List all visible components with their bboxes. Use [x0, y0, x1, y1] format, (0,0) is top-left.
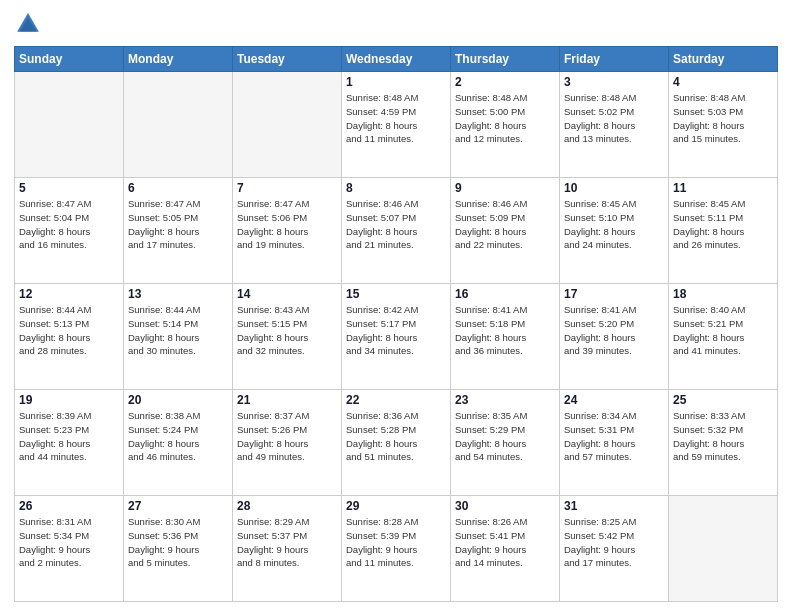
calendar-cell: 25Sunrise: 8:33 AM Sunset: 5:32 PM Dayli…: [669, 390, 778, 496]
day-info: Sunrise: 8:40 AM Sunset: 5:21 PM Dayligh…: [673, 303, 773, 358]
calendar-cell: 14Sunrise: 8:43 AM Sunset: 5:15 PM Dayli…: [233, 284, 342, 390]
day-number: 18: [673, 287, 773, 301]
day-number: 31: [564, 499, 664, 513]
calendar-cell: 7Sunrise: 8:47 AM Sunset: 5:06 PM Daylig…: [233, 178, 342, 284]
week-row-4: 19Sunrise: 8:39 AM Sunset: 5:23 PM Dayli…: [15, 390, 778, 496]
calendar-cell: 4Sunrise: 8:48 AM Sunset: 5:03 PM Daylig…: [669, 72, 778, 178]
day-number: 26: [19, 499, 119, 513]
day-number: 8: [346, 181, 446, 195]
day-number: 1: [346, 75, 446, 89]
day-info: Sunrise: 8:47 AM Sunset: 5:05 PM Dayligh…: [128, 197, 228, 252]
day-info: Sunrise: 8:48 AM Sunset: 5:02 PM Dayligh…: [564, 91, 664, 146]
day-number: 16: [455, 287, 555, 301]
day-number: 22: [346, 393, 446, 407]
day-number: 25: [673, 393, 773, 407]
day-number: 24: [564, 393, 664, 407]
weekday-header-sunday: Sunday: [15, 47, 124, 72]
weekday-header-friday: Friday: [560, 47, 669, 72]
calendar-cell: [124, 72, 233, 178]
day-number: 6: [128, 181, 228, 195]
day-number: 3: [564, 75, 664, 89]
day-number: 2: [455, 75, 555, 89]
calendar-cell: 28Sunrise: 8:29 AM Sunset: 5:37 PM Dayli…: [233, 496, 342, 602]
day-info: Sunrise: 8:48 AM Sunset: 5:00 PM Dayligh…: [455, 91, 555, 146]
day-info: Sunrise: 8:44 AM Sunset: 5:13 PM Dayligh…: [19, 303, 119, 358]
day-info: Sunrise: 8:45 AM Sunset: 5:11 PM Dayligh…: [673, 197, 773, 252]
calendar-cell: 12Sunrise: 8:44 AM Sunset: 5:13 PM Dayli…: [15, 284, 124, 390]
calendar-cell: 22Sunrise: 8:36 AM Sunset: 5:28 PM Dayli…: [342, 390, 451, 496]
calendar-cell: [15, 72, 124, 178]
calendar-cell: 26Sunrise: 8:31 AM Sunset: 5:34 PM Dayli…: [15, 496, 124, 602]
day-info: Sunrise: 8:37 AM Sunset: 5:26 PM Dayligh…: [237, 409, 337, 464]
calendar-cell: 17Sunrise: 8:41 AM Sunset: 5:20 PM Dayli…: [560, 284, 669, 390]
day-number: 9: [455, 181, 555, 195]
calendar-table: SundayMondayTuesdayWednesdayThursdayFrid…: [14, 46, 778, 602]
day-number: 15: [346, 287, 446, 301]
calendar-cell: [233, 72, 342, 178]
calendar-cell: 21Sunrise: 8:37 AM Sunset: 5:26 PM Dayli…: [233, 390, 342, 496]
week-row-5: 26Sunrise: 8:31 AM Sunset: 5:34 PM Dayli…: [15, 496, 778, 602]
day-number: 20: [128, 393, 228, 407]
day-info: Sunrise: 8:41 AM Sunset: 5:18 PM Dayligh…: [455, 303, 555, 358]
day-info: Sunrise: 8:45 AM Sunset: 5:10 PM Dayligh…: [564, 197, 664, 252]
day-info: Sunrise: 8:30 AM Sunset: 5:36 PM Dayligh…: [128, 515, 228, 570]
day-number: 19: [19, 393, 119, 407]
day-number: 30: [455, 499, 555, 513]
calendar-cell: 6Sunrise: 8:47 AM Sunset: 5:05 PM Daylig…: [124, 178, 233, 284]
page-header: [14, 10, 778, 38]
day-info: Sunrise: 8:25 AM Sunset: 5:42 PM Dayligh…: [564, 515, 664, 570]
day-info: Sunrise: 8:38 AM Sunset: 5:24 PM Dayligh…: [128, 409, 228, 464]
calendar-cell: 16Sunrise: 8:41 AM Sunset: 5:18 PM Dayli…: [451, 284, 560, 390]
day-number: 5: [19, 181, 119, 195]
day-number: 11: [673, 181, 773, 195]
logo: [14, 10, 46, 38]
day-info: Sunrise: 8:41 AM Sunset: 5:20 PM Dayligh…: [564, 303, 664, 358]
week-row-3: 12Sunrise: 8:44 AM Sunset: 5:13 PM Dayli…: [15, 284, 778, 390]
calendar-cell: 8Sunrise: 8:46 AM Sunset: 5:07 PM Daylig…: [342, 178, 451, 284]
day-number: 27: [128, 499, 228, 513]
calendar-cell: 1Sunrise: 8:48 AM Sunset: 4:59 PM Daylig…: [342, 72, 451, 178]
calendar-cell: 27Sunrise: 8:30 AM Sunset: 5:36 PM Dayli…: [124, 496, 233, 602]
day-number: 17: [564, 287, 664, 301]
calendar-cell: 29Sunrise: 8:28 AM Sunset: 5:39 PM Dayli…: [342, 496, 451, 602]
calendar-cell: 9Sunrise: 8:46 AM Sunset: 5:09 PM Daylig…: [451, 178, 560, 284]
week-row-1: 1Sunrise: 8:48 AM Sunset: 4:59 PM Daylig…: [15, 72, 778, 178]
day-info: Sunrise: 8:43 AM Sunset: 5:15 PM Dayligh…: [237, 303, 337, 358]
calendar-cell: 19Sunrise: 8:39 AM Sunset: 5:23 PM Dayli…: [15, 390, 124, 496]
calendar-cell: 10Sunrise: 8:45 AM Sunset: 5:10 PM Dayli…: [560, 178, 669, 284]
day-number: 21: [237, 393, 337, 407]
calendar-cell: [669, 496, 778, 602]
calendar-cell: 30Sunrise: 8:26 AM Sunset: 5:41 PM Dayli…: [451, 496, 560, 602]
calendar-cell: 23Sunrise: 8:35 AM Sunset: 5:29 PM Dayli…: [451, 390, 560, 496]
day-info: Sunrise: 8:34 AM Sunset: 5:31 PM Dayligh…: [564, 409, 664, 464]
day-number: 10: [564, 181, 664, 195]
day-number: 14: [237, 287, 337, 301]
day-info: Sunrise: 8:29 AM Sunset: 5:37 PM Dayligh…: [237, 515, 337, 570]
day-info: Sunrise: 8:39 AM Sunset: 5:23 PM Dayligh…: [19, 409, 119, 464]
day-number: 13: [128, 287, 228, 301]
calendar-cell: 18Sunrise: 8:40 AM Sunset: 5:21 PM Dayli…: [669, 284, 778, 390]
day-info: Sunrise: 8:42 AM Sunset: 5:17 PM Dayligh…: [346, 303, 446, 358]
weekday-header-wednesday: Wednesday: [342, 47, 451, 72]
day-info: Sunrise: 8:26 AM Sunset: 5:41 PM Dayligh…: [455, 515, 555, 570]
calendar-cell: 11Sunrise: 8:45 AM Sunset: 5:11 PM Dayli…: [669, 178, 778, 284]
calendar-cell: 2Sunrise: 8:48 AM Sunset: 5:00 PM Daylig…: [451, 72, 560, 178]
day-info: Sunrise: 8:48 AM Sunset: 4:59 PM Dayligh…: [346, 91, 446, 146]
day-info: Sunrise: 8:46 AM Sunset: 5:09 PM Dayligh…: [455, 197, 555, 252]
day-info: Sunrise: 8:46 AM Sunset: 5:07 PM Dayligh…: [346, 197, 446, 252]
week-row-2: 5Sunrise: 8:47 AM Sunset: 5:04 PM Daylig…: [15, 178, 778, 284]
day-info: Sunrise: 8:28 AM Sunset: 5:39 PM Dayligh…: [346, 515, 446, 570]
weekday-header-thursday: Thursday: [451, 47, 560, 72]
calendar-cell: 5Sunrise: 8:47 AM Sunset: 5:04 PM Daylig…: [15, 178, 124, 284]
day-number: 23: [455, 393, 555, 407]
day-info: Sunrise: 8:44 AM Sunset: 5:14 PM Dayligh…: [128, 303, 228, 358]
calendar-cell: 20Sunrise: 8:38 AM Sunset: 5:24 PM Dayli…: [124, 390, 233, 496]
day-number: 12: [19, 287, 119, 301]
day-info: Sunrise: 8:31 AM Sunset: 5:34 PM Dayligh…: [19, 515, 119, 570]
day-number: 28: [237, 499, 337, 513]
calendar-cell: 13Sunrise: 8:44 AM Sunset: 5:14 PM Dayli…: [124, 284, 233, 390]
day-number: 4: [673, 75, 773, 89]
day-number: 7: [237, 181, 337, 195]
weekday-header-monday: Monday: [124, 47, 233, 72]
logo-icon: [14, 10, 42, 38]
